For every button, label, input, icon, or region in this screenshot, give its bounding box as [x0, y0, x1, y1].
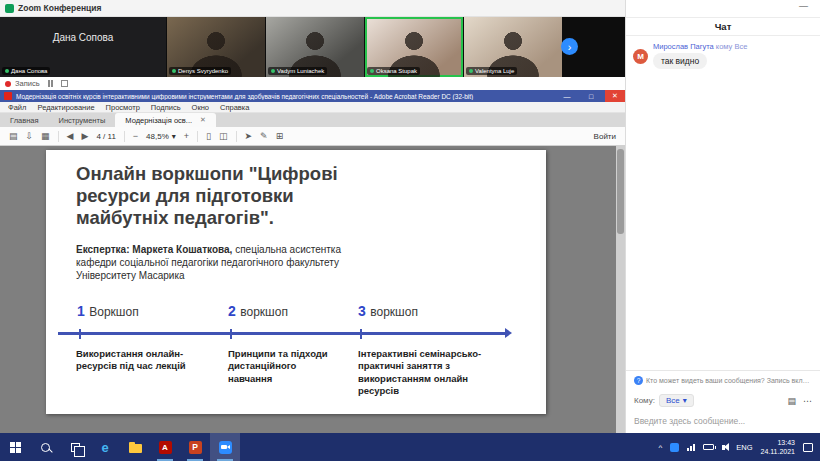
participant-label: Oksana Stupak — [367, 67, 420, 75]
task-view-icon — [71, 443, 80, 452]
participant-label: Denys Svyrydenko — [169, 67, 231, 75]
recording-label: Запись — [15, 79, 40, 88]
acrobat-window-title: Модернізація освітніх курсів інтерактивн… — [16, 93, 553, 100]
zoom-level-dropdown[interactable]: 48,5% ▾ — [146, 132, 176, 141]
menu-window[interactable]: Окно — [192, 103, 209, 112]
video-tile-oksana-stupak-active-speaker[interactable]: Oksana Stupak — [365, 17, 463, 77]
menu-help[interactable]: Справка — [220, 103, 249, 112]
windows-taskbar: e A P ^ ENG 13:43 24.11.2021 — [0, 433, 820, 461]
language-indicator[interactable]: ENG — [736, 443, 752, 452]
date: 24.11.2021 — [760, 447, 795, 456]
network-icon[interactable] — [687, 444, 695, 451]
zoom-titlebar: Zoom Конференция — [0, 0, 625, 17]
timeline-tick — [230, 329, 232, 339]
mic-icon — [172, 69, 176, 73]
recording-dot-icon — [5, 81, 11, 87]
chat-message-input[interactable] — [634, 416, 812, 426]
acrobat-toolbar: ▤ ⇩ ▦ ◀ ▶ 4 / 11 − 48,5% ▾ + ▯ ◫ ➤ ✎ ⊞ В… — [0, 127, 625, 146]
next-participants-button[interactable]: › — [561, 38, 578, 55]
video-tile-valentyna-luje[interactable]: Valentyna Luje — [464, 17, 562, 77]
acrobat-titlebar: Модернізація освітніх курсів інтерактивн… — [0, 90, 625, 102]
minimize-button[interactable]: — — [557, 90, 577, 102]
action-center-icon[interactable] — [803, 443, 813, 452]
more-options-icon[interactable]: ⋯ — [803, 396, 812, 406]
comment-tool-icon[interactable]: ✎ — [260, 131, 268, 141]
taskbar-zoom-button[interactable] — [210, 433, 240, 461]
pause-recording-icon[interactable] — [48, 80, 54, 87]
file-attach-icon[interactable]: ▤ — [787, 396, 796, 406]
participant-label: Дана Сопова — [2, 67, 50, 75]
close-tab-icon[interactable]: ✕ — [200, 116, 206, 124]
chat-message: М Мирослав Пагута кому Все так видно — [633, 42, 813, 69]
fit-width-icon[interactable]: ◫ — [219, 131, 228, 141]
mic-icon — [271, 69, 275, 73]
scrollbar-thumb[interactable] — [617, 149, 624, 234]
powerpoint-icon: P — [189, 441, 202, 454]
timeline-arrow — [58, 332, 505, 335]
tab-document[interactable]: Модернізація осв... ✕ — [115, 113, 216, 127]
taskbar-powerpoint-button[interactable]: P — [180, 433, 210, 461]
close-button[interactable]: ✕ — [605, 90, 625, 102]
zoom-app-icon — [5, 4, 14, 13]
info-icon: ? — [634, 376, 643, 385]
volume-icon[interactable] — [722, 445, 725, 450]
screen: Zoom Конференция Дана Сопова Дана Сопова… — [0, 0, 820, 461]
system-tray: ^ ENG 13:43 24.11.2021 — [658, 433, 820, 461]
chat-compose-area: ? Кто может видеть ваши сообщения? Запис… — [626, 370, 820, 433]
acrobat-menubar: Файл Редактирование Просмотр Подпись Окн… — [0, 102, 625, 113]
video-tile-dana-sopova[interactable]: Дана Сопова Дана Сопова — [0, 17, 166, 77]
battery-icon[interactable] — [703, 444, 714, 450]
mic-icon — [5, 69, 9, 73]
milestone-2-description: Принципи та підходи дистанційного навчан… — [228, 348, 342, 385]
print-icon[interactable]: ▦ — [41, 131, 50, 141]
hidden-icons-chevron[interactable]: ^ — [658, 443, 662, 452]
menu-sign[interactable]: Подпись — [151, 103, 181, 112]
menu-view[interactable]: Просмотр — [106, 103, 140, 112]
page-indicator[interactable]: 4 / 11 — [96, 132, 115, 141]
zoom-video-strip: Дана Сопова Дана Сопова Denys Svyrydenko… — [0, 17, 625, 77]
milestone-1-description: Використання онлайн-ресурсів під час лек… — [76, 348, 186, 373]
chevron-down-icon: ▾ — [172, 132, 176, 141]
zoom-out-icon[interactable]: − — [133, 131, 138, 141]
chat-recipient-row: Кому: Все ▾ ▤ ⋯ — [634, 394, 812, 407]
milestone-2-label: 2 воркшоп — [228, 302, 288, 320]
maximize-button[interactable]: □ — [581, 90, 601, 102]
chat-minimize-icon[interactable]: — — [799, 1, 808, 11]
single-page-view-icon[interactable]: ▯ — [206, 131, 211, 141]
mic-icon — [370, 69, 374, 73]
taskbar-edge-button[interactable]: e — [90, 433, 120, 461]
select-tool-icon[interactable]: ➤ — [245, 131, 253, 141]
menu-file[interactable]: Файл — [8, 103, 26, 112]
document-scrollbar[interactable] — [616, 146, 625, 433]
stamp-tool-icon[interactable]: ⊞ — [276, 131, 284, 141]
document-area[interactable]: Онлайн воркшопи "Цифрові ресурси для під… — [0, 146, 625, 433]
recipient-dropdown[interactable]: Все ▾ — [659, 394, 694, 407]
avatar: М — [633, 49, 648, 64]
previous-page-icon[interactable]: ◀ — [67, 131, 74, 141]
mic-icon — [469, 69, 473, 73]
slide-expert-paragraph: Експертка: Маркета Кошаткова, спеціальна… — [76, 243, 348, 283]
chat-message-sender: Мирослав Пагута кому Все — [653, 42, 747, 51]
acrobat-app-icon — [4, 92, 12, 100]
tab-home[interactable]: Главная — [0, 113, 49, 127]
sign-in-button[interactable]: Войти — [594, 132, 616, 141]
zoom-tray-icon[interactable] — [670, 443, 679, 452]
toolbar-separator — [197, 131, 198, 142]
menu-edit[interactable]: Редактирование — [37, 103, 94, 112]
open-file-icon[interactable]: ▤ — [9, 131, 18, 141]
taskbar-search-button[interactable] — [30, 433, 60, 461]
video-tile-vadym-luniachek[interactable]: Vadym Luniachek — [266, 17, 364, 77]
tab-tools[interactable]: Инструменты — [49, 113, 116, 127]
next-page-icon[interactable]: ▶ — [82, 131, 89, 141]
video-tile-denys-svyrydenko[interactable]: Denys Svyrydenko — [167, 17, 265, 77]
taskbar-explorer-button[interactable] — [120, 433, 150, 461]
start-button[interactable] — [0, 433, 30, 461]
zoom-in-icon[interactable]: + — [184, 131, 189, 141]
save-icon[interactable]: ⇩ — [26, 131, 34, 141]
stop-recording-icon[interactable] — [61, 80, 68, 87]
taskbar-acrobat-button[interactable]: A — [150, 433, 180, 461]
timeline-tick — [360, 329, 362, 339]
task-view-button[interactable] — [60, 433, 90, 461]
clock[interactable]: 13:43 24.11.2021 — [760, 438, 795, 456]
time: 13:43 — [760, 438, 795, 447]
